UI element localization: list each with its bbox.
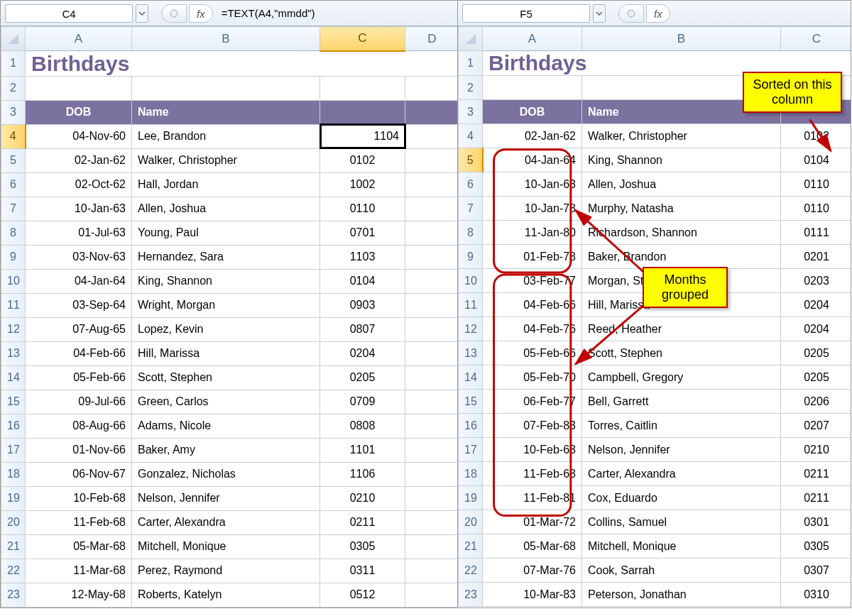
row-header-11[interactable]: 11 (459, 293, 483, 317)
cell-key[interactable]: 0210 (320, 486, 405, 510)
row-header-5[interactable]: 5 (1, 148, 26, 172)
cell-key[interactable]: 0205 (781, 341, 852, 365)
cell-dob[interactable]: 05-Mar-68 (26, 534, 132, 559)
cell-name[interactable]: Gonzalez, Nicholas (132, 462, 320, 486)
row-header-20[interactable]: 20 (459, 510, 483, 534)
cell-name[interactable]: Walker, Christopher (582, 124, 781, 148)
insert-function-button[interactable]: fx (189, 4, 213, 23)
cell[interactable] (483, 76, 582, 100)
cell-key[interactable]: 0110 (781, 197, 852, 221)
row-header-21[interactable]: 21 (1, 534, 26, 559)
row-header-14[interactable]: 14 (1, 365, 26, 390)
cell-key[interactable]: 0310 (781, 583, 852, 607)
cell-name[interactable]: Allen, Joshua (132, 197, 320, 221)
cell[interactable] (405, 317, 459, 341)
cell[interactable] (405, 559, 459, 583)
cell-key[interactable]: 0110 (781, 172, 852, 197)
row-header-19[interactable]: 19 (1, 486, 26, 510)
cell-key[interactable]: 0102 (781, 124, 852, 148)
cell-dob[interactable]: 06-Nov-67 (26, 462, 132, 486)
cell-dob[interactable]: 01-Jul-63 (26, 221, 132, 245)
cell-key[interactable]: 1104 (320, 124, 405, 148)
cell-key[interactable]: 0512 (320, 583, 405, 607)
row-header-18[interactable]: 18 (459, 462, 483, 486)
column-header-D[interactable]: D (405, 27, 459, 51)
cell-key[interactable]: 0204 (781, 317, 852, 341)
cell-key[interactable]: 0204 (320, 341, 405, 365)
cell-key[interactable]: 1002 (320, 172, 405, 197)
column-header-C[interactable]: C (320, 27, 405, 51)
cell-key[interactable]: 0111 (781, 221, 852, 245)
column-header-C[interactable]: C (781, 27, 852, 51)
cell-name[interactable]: Lee, Brandon (132, 124, 320, 148)
cell-dob[interactable]: 11-Feb-68 (483, 462, 582, 486)
cell-name[interactable]: Allen, Joshua (582, 172, 781, 197)
cell-dob[interactable]: 07-Mar-76 (483, 559, 582, 583)
cell-name[interactable]: Baker, Amy (132, 438, 320, 462)
cell[interactable] (405, 462, 459, 486)
insert-function-button[interactable]: fx (646, 4, 670, 23)
column-header-B[interactable]: B (582, 27, 781, 51)
cell-dob[interactable]: 07-Feb-83 (483, 414, 582, 438)
row-header-22[interactable]: 22 (1, 559, 26, 583)
row-header-12[interactable]: 12 (459, 317, 483, 341)
header-blank[interactable] (320, 100, 405, 124)
row-header-10[interactable]: 10 (459, 269, 483, 293)
row-header-22[interactable]: 22 (459, 559, 483, 583)
cell-dob[interactable]: 05-Feb-70 (483, 365, 582, 390)
cell-key[interactable]: 0102 (320, 148, 405, 172)
cell-dob[interactable]: 04-Nov-60 (26, 124, 132, 148)
formula-input[interactable] (673, 4, 846, 23)
cell-dob[interactable]: 03-Feb-77 (483, 269, 582, 293)
cell[interactable] (405, 221, 459, 245)
cell[interactable] (405, 148, 459, 172)
row-header-9[interactable]: 9 (1, 245, 26, 269)
cell-key[interactable]: 0807 (320, 317, 405, 341)
cell-name[interactable]: Hall, Jordan (132, 172, 320, 197)
cell-key[interactable]: 1106 (320, 462, 405, 486)
cell[interactable] (405, 438, 459, 462)
cell-name[interactable]: Cox, Eduardo (582, 486, 781, 510)
cell-name[interactable]: Reed, Heather (582, 317, 781, 341)
cell-key[interactable]: 1103 (320, 245, 405, 269)
row-header-2[interactable]: 2 (1, 76, 26, 100)
row-header-9[interactable]: 9 (459, 245, 483, 269)
row-header-16[interactable]: 16 (459, 414, 483, 438)
column-header-A[interactable]: A (26, 27, 132, 51)
cell-name[interactable]: Murphy, Natasha (582, 197, 781, 221)
worksheet-left[interactable]: ABCD 1 Birthdays23DOBName404-Nov-60Lee, … (1, 26, 458, 607)
cell-name[interactable]: Baker, Brandon (582, 245, 781, 269)
cell-dob[interactable]: 10-Feb-68 (483, 438, 582, 462)
cell-name[interactable]: Cook, Sarrah (582, 559, 781, 583)
worksheet-right[interactable]: ABC 1 Birthdays23DOBName402-Jan-62Walker… (458, 26, 851, 607)
cell-key[interactable]: 0709 (320, 390, 405, 414)
cell-dob[interactable]: 10-Jan-63 (26, 197, 132, 221)
cell-key[interactable]: 0305 (781, 534, 852, 559)
row-header-17[interactable]: 17 (459, 438, 483, 462)
cell-name[interactable]: Green, Carlos (132, 390, 320, 414)
row-header-6[interactable]: 6 (1, 172, 26, 197)
cell-name[interactable]: King, Shannon (132, 269, 320, 293)
cell-dob[interactable]: 10-Mar-83 (483, 583, 582, 607)
cell-dob[interactable]: 01-Feb-78 (483, 245, 582, 269)
cell-name[interactable]: Hill, Marissa (132, 341, 320, 365)
cell-name[interactable]: Peterson, Jonathan (582, 583, 781, 607)
row-header-16[interactable]: 16 (1, 414, 26, 438)
name-box[interactable]: F5 (462, 4, 590, 23)
cell-dob[interactable]: 04-Jan-64 (483, 148, 582, 172)
row-header-7[interactable]: 7 (1, 197, 26, 221)
cell[interactable] (405, 172, 459, 197)
select-all-corner[interactable] (1, 27, 26, 51)
cell-name[interactable]: Lopez, Kevin (132, 317, 320, 341)
row-header-4[interactable]: 4 (1, 124, 26, 148)
cell-name[interactable]: Carter, Alexandra (582, 462, 781, 486)
header-blank[interactable] (405, 100, 459, 124)
row-header-21[interactable]: 21 (459, 534, 483, 559)
row-header-8[interactable]: 8 (1, 221, 26, 245)
cell-name[interactable]: Nelson, Jennifer (582, 438, 781, 462)
cell-key[interactable]: 0104 (781, 148, 852, 172)
cell-dob[interactable]: 11-Feb-68 (26, 510, 132, 534)
cell-dob[interactable]: 03-Sep-64 (26, 293, 132, 317)
cell[interactable] (405, 245, 459, 269)
cell-dob[interactable]: 11-Feb-81 (483, 486, 582, 510)
